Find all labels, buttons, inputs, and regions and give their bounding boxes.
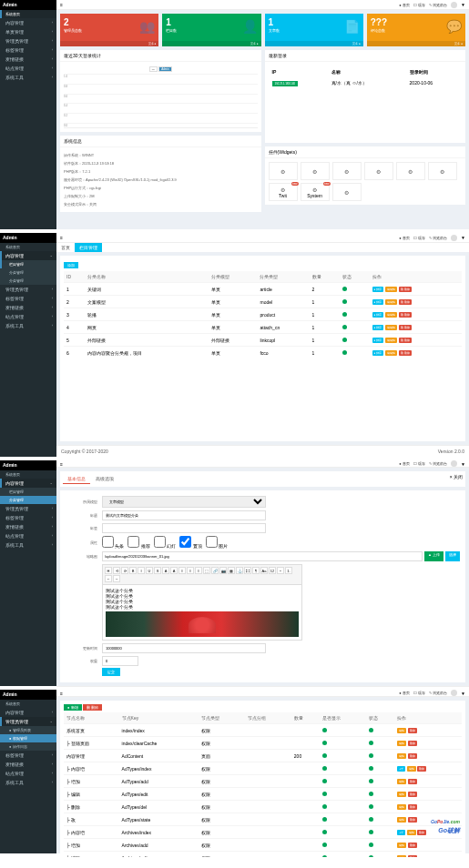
status-dot[interactable] — [342, 287, 347, 291]
nav-clear[interactable]: ☐ 缓存 — [413, 3, 425, 7]
table-row: 5外部链接外部链接linkcopl1● 排序 编 编辑 删 删除 — [64, 334, 462, 347]
ed-html-icon[interactable]: H — [105, 567, 112, 574]
sidebar-item-0[interactable]: 系统首页 — [0, 243, 56, 251]
version: Version 2.0.0 — [438, 449, 464, 454]
sort-button[interactable]: ● 排序 — [372, 287, 384, 292]
copyright: Copyright © 2017-2020 — [61, 449, 108, 454]
user-plus-icon: 👤 — [242, 19, 258, 34]
tab-advanced[interactable]: 高级选项 — [91, 474, 118, 483]
table-row: 2文案模型单页model1● 排序 编 编辑 删 删除 — [64, 296, 462, 308]
table-row: 4网页单页attach_cn1● 排序 编 编辑 删 删除 — [64, 321, 462, 334]
widgets-title: 挂件(Widgets) — [265, 146, 466, 158]
tab-columns[interactable]: 栏目管理 — [75, 243, 102, 252]
login-row: 192.211.183.140 真/水（真 ☺/水） 2020-10-06 — [270, 78, 461, 87]
add-button[interactable]: 添加 — [64, 262, 78, 268]
sidebar-item-6[interactable]: 标签管理› — [0, 45, 56, 55]
add-button[interactable]: ● 新增 — [64, 704, 82, 711]
title-field[interactable] — [102, 510, 266, 520]
nav-home[interactable]: ● 首页 — [399, 3, 410, 7]
stat-columns[interactable]: 1 栏目数 👤 更多 ● — [162, 14, 260, 46]
rich-editor[interactable]: H⟲⟳BIUSAA≡≡≡⬚🔗📷▦⚓⛶ ¶Aa12•1.←→ 测试这个分类 测试这… — [102, 564, 302, 641]
watermark: GoPoJie.com Go破解 — [431, 812, 460, 835]
comment-icon: 💬 — [446, 19, 462, 34]
users-icon: 👥 — [139, 19, 155, 34]
sidebar-item-4[interactable]: 单页管理› — [0, 27, 56, 36]
close-button[interactable]: × 关闭 — [450, 474, 463, 484]
submit-button[interactable]: 提交 — [102, 668, 120, 676]
parent-select[interactable]: 文章模型 — [102, 496, 266, 508]
table-row: 6内容内容聚合分类规，项目单页fcco1● 排序 编 编辑 删 删除 — [64, 347, 462, 359]
doc-icon: 📄 — [344, 19, 360, 34]
avatar[interactable] — [451, 2, 457, 8]
sidebar-sub-category[interactable]: 分类管理 — [0, 268, 56, 277]
editor-image — [106, 611, 299, 637]
tags-field[interactable] — [102, 523, 266, 533]
edit-button[interactable]: 编辑 — [397, 728, 406, 733]
sidebar-item-7[interactable]: 友情链接› — [0, 55, 56, 64]
chart-title: 最近30天登录统计 — [60, 50, 261, 62]
widget-item[interactable]: ⚙ — [269, 162, 298, 180]
table-row: 1关键词单页article2● 排序 编 编辑 删 删除 — [64, 283, 462, 296]
sidebar-item-0[interactable]: 系统首页 — [0, 10, 56, 18]
pick-button[interactable]: 选择 — [445, 551, 460, 561]
flag-checkbox — [102, 536, 114, 548]
delete-button[interactable]: 删除 — [408, 728, 417, 733]
cog-icon: ⚙ — [280, 168, 285, 175]
delete-all-button[interactable]: 删 删除 — [83, 704, 102, 711]
upload-button[interactable]: ▲ 上传 — [424, 551, 444, 561]
sort-field[interactable] — [102, 656, 138, 666]
menu-toggle-icon[interactable]: ≡ — [60, 2, 63, 7]
table-row: 系统首页index/index权限编辑 删除 — [64, 724, 462, 737]
login-title: 最新登录 — [265, 50, 466, 62]
delete-button[interactable]: 删 删除 — [399, 287, 412, 292]
nav-backend[interactable]: ✎ 浏览前台 — [429, 3, 447, 7]
stat-admins[interactable]: 2 管理员总数 👥 更多 ● — [60, 14, 158, 46]
logo: Admin — [0, 0, 56, 10]
menu-toggle-icon[interactable]: ≡ — [60, 235, 63, 240]
time-field[interactable] — [102, 643, 266, 653]
login-chart: 1.0 0.8 0.6 0.4 0.2 0.0 — [64, 74, 258, 128]
image-path-field[interactable] — [102, 551, 423, 561]
sidebar-item-1[interactable]: 内容管理› — [0, 18, 56, 27]
sysinfo-title: 系统信息 — [60, 136, 261, 147]
tab-basic[interactable]: 基本信息 — [63, 474, 90, 484]
sidebar-sub-columns[interactable]: 栏目管理 — [0, 260, 56, 268]
table-row: 3轮播单页product1● 排序 编 编辑 删 删除 — [64, 308, 462, 321]
edit-button[interactable]: 编 编辑 — [385, 287, 398, 292]
sysinfo-line: 操作系统：WINNT — [64, 151, 258, 159]
sidebar-item-5[interactable]: 管理员管理› — [0, 36, 56, 45]
sidebar-item-9[interactable]: 系统工具› — [0, 73, 56, 82]
sidebar-item-1[interactable]: 内容管理⌄ — [0, 251, 56, 260]
stat-articles[interactable]: 1 文章数 📄 更多 ● — [265, 14, 363, 46]
sidebar-item-8[interactable]: 站点管理› — [0, 64, 56, 73]
logo: Admin — [0, 233, 56, 243]
stat-comments[interactable]: ??? 评论总数 💬 更多 ● — [367, 14, 465, 46]
tab-home[interactable]: 首页 — [56, 243, 75, 252]
